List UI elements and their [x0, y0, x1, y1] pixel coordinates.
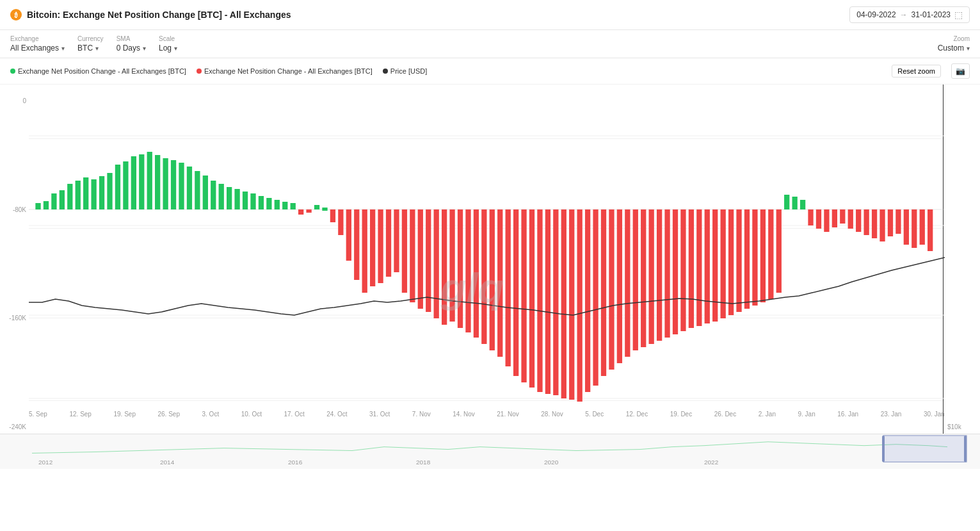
- svg-rect-89: [705, 209, 710, 323]
- zoom-label: Zoom: [953, 35, 970, 42]
- x-label-16jan: 16. Jan: [837, 411, 858, 418]
- camera-icon[interactable]: 📷: [951, 63, 970, 79]
- y-label-160k: -160K: [0, 315, 29, 322]
- svg-rect-117: [928, 209, 933, 251]
- zoom-select[interactable]: Custom ▾: [938, 44, 970, 53]
- x-label-19dec: 19. Dec: [670, 411, 692, 418]
- svg-rect-91: [721, 209, 726, 318]
- scale-select[interactable]: Log ▾: [159, 44, 177, 53]
- date-range-picker[interactable]: 04-09-2022 → 31-01-2023 ⬚: [849, 6, 970, 23]
- svg-rect-82: [649, 209, 654, 344]
- chart-controls: Exchange All Exchanges ▾ Currency BTC ▾ …: [0, 30, 980, 58]
- svg-rect-126: [882, 436, 885, 462]
- svg-rect-110: [872, 209, 877, 238]
- reset-zoom-button[interactable]: Reset zoom: [892, 65, 941, 78]
- svg-rect-86: [680, 209, 686, 331]
- svg-rect-92: [728, 209, 734, 315]
- exchange-dropdown-arrow: ▾: [61, 45, 65, 52]
- exchange-select[interactable]: All Exchanges ▾: [10, 44, 65, 53]
- currency-control: Currency BTC ▾: [77, 35, 104, 53]
- svg-rect-37: [291, 203, 296, 209]
- svg-rect-48: [378, 209, 383, 283]
- svg-rect-81: [641, 209, 646, 347]
- x-label-12dec: 12. Dec: [626, 411, 648, 418]
- svg-rect-32: [250, 193, 255, 209]
- svg-rect-24: [187, 167, 192, 209]
- x-label-2jan: 2. Jan: [759, 411, 776, 418]
- svg-rect-80: [633, 209, 638, 350]
- svg-rect-71: [561, 209, 566, 398]
- svg-rect-74: [585, 209, 590, 392]
- svg-rect-96: [760, 209, 766, 302]
- x-label-5sep: 5. Sep: [29, 411, 47, 418]
- svg-rect-108: [856, 209, 861, 232]
- svg-rect-68: [537, 209, 542, 392]
- svg-rect-65: [513, 209, 518, 376]
- svg-rect-78: [617, 209, 622, 363]
- sma-select[interactable]: 0 Days ▾: [116, 44, 146, 53]
- legend-label-green: Exchange Net Position Change - All Excha…: [18, 67, 186, 75]
- svg-rect-21: [163, 158, 168, 209]
- svg-rect-27: [211, 181, 216, 209]
- svg-rect-75: [593, 209, 598, 386]
- svg-rect-107: [848, 209, 853, 229]
- svg-text:2014: 2014: [160, 459, 175, 466]
- chart-header: ₿ Bitcoin: Exchange Net Position Change …: [0, 0, 980, 30]
- svg-rect-50: [394, 209, 399, 272]
- svg-rect-34: [266, 198, 271, 209]
- svg-rect-47: [370, 209, 375, 286]
- mini-chart[interactable]: 2012 2014 2016 2018 2020 2022: [0, 434, 980, 469]
- currency-select[interactable]: BTC ▾: [77, 44, 104, 53]
- exchange-control: Exchange All Exchanges ▾: [10, 35, 65, 53]
- svg-rect-26: [203, 176, 208, 209]
- svg-rect-38: [298, 209, 303, 215]
- svg-rect-98: [776, 209, 782, 293]
- chart-title: Bitcoin: Exchange Net Position Change [B…: [27, 10, 291, 20]
- svg-rect-100: [792, 197, 798, 209]
- sma-value: 0 Days: [116, 44, 140, 53]
- svg-rect-115: [912, 209, 917, 248]
- zoom-value: Custom: [938, 44, 964, 53]
- svg-rect-22: [171, 160, 176, 209]
- calendar-icon[interactable]: ⬚: [954, 10, 963, 20]
- svg-rect-36: [282, 202, 287, 209]
- y-label-80k: -80K: [0, 206, 29, 213]
- svg-rect-93: [736, 209, 741, 312]
- svg-rect-11: [83, 177, 88, 209]
- x-label-19sep: 19. Sep: [113, 411, 135, 418]
- svg-rect-43: [338, 209, 343, 235]
- svg-rect-9: [67, 184, 72, 209]
- svg-rect-52: [410, 209, 415, 302]
- svg-rect-25: [195, 171, 200, 209]
- svg-rect-14: [107, 173, 112, 209]
- legend-item-black: Price [USD]: [383, 67, 427, 75]
- svg-rect-23: [179, 163, 184, 209]
- svg-rect-46: [362, 209, 367, 293]
- svg-rect-111: [880, 209, 885, 241]
- svg-rect-67: [529, 209, 534, 388]
- svg-rect-41: [322, 208, 327, 211]
- mini-chart-svg: 2012 2014 2016 2018 2020 2022: [0, 434, 980, 469]
- svg-text:2012: 2012: [38, 459, 52, 466]
- y-axis-left: 0 -80K -160K -240K: [0, 85, 29, 443]
- legend-dot-black: [383, 69, 388, 74]
- btc-icon: ₿: [10, 9, 22, 20]
- svg-rect-10: [76, 181, 81, 209]
- x-label-31oct: 31. Oct: [369, 411, 390, 418]
- svg-rect-84: [664, 209, 670, 338]
- svg-text:2016: 2016: [288, 459, 303, 466]
- svg-rect-77: [609, 209, 614, 370]
- svg-rect-104: [824, 209, 829, 232]
- sma-label: SMA: [116, 35, 146, 42]
- zoom-control: Zoom Custom ▾: [938, 35, 970, 53]
- date-arrow: →: [900, 10, 908, 19]
- svg-rect-33: [259, 196, 264, 209]
- svg-rect-102: [808, 209, 813, 225]
- svg-rect-106: [840, 209, 845, 224]
- exchange-label: Exchange: [10, 35, 65, 42]
- date-to: 31-01-2023: [912, 10, 951, 19]
- svg-rect-87: [689, 209, 694, 328]
- y-label-240k: -240K: [0, 423, 29, 430]
- x-axis: 5. Sep 12. Sep 19. Sep 26. Sep 3. Oct 10…: [29, 408, 945, 434]
- svg-rect-17: [131, 156, 136, 209]
